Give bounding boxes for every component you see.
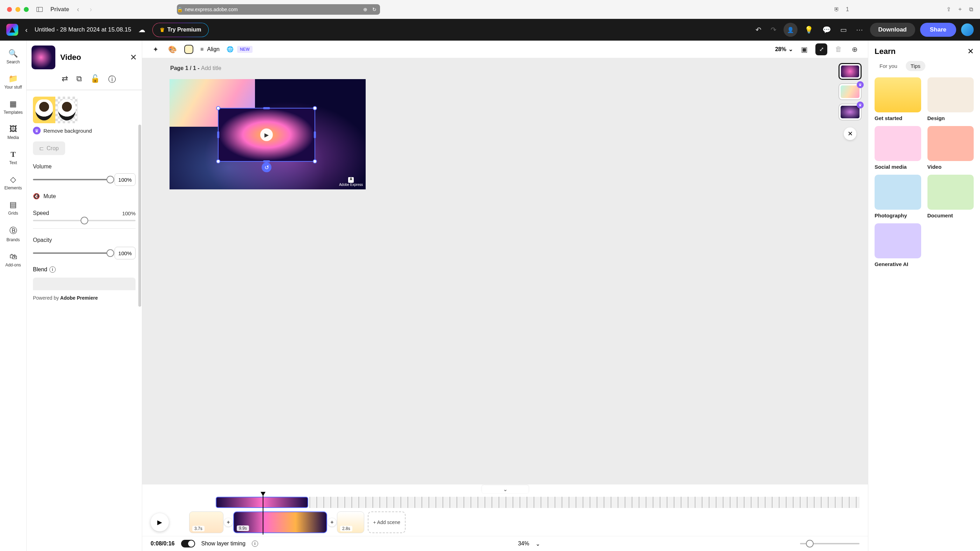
canvas-page[interactable]: ▶ ↺ A Adobe Express (170, 79, 366, 189)
scrollbar[interactable] (138, 125, 141, 306)
close-panel-icon[interactable]: ✕ (130, 52, 137, 62)
learn-card-design[interactable]: Design (928, 77, 974, 121)
layer-timing-toggle[interactable] (181, 540, 195, 548)
add-scene-between-1[interactable]: + (224, 518, 232, 527)
resize-handle-nw[interactable] (216, 106, 220, 110)
resize-handle-n[interactable] (263, 107, 270, 109)
resize-handle-ne[interactable] (313, 106, 317, 110)
maximize-window-icon[interactable] (24, 7, 29, 12)
fullscreen-button[interactable]: ⤢ (815, 43, 827, 55)
back-button-icon[interactable]: ‹ (25, 26, 28, 34)
redo-icon[interactable]: ↷ (768, 24, 779, 36)
add-scene-button[interactable]: + Add scene (368, 511, 406, 533)
back-arrow-icon[interactable]: ‹ (74, 5, 82, 13)
add-page-icon[interactable]: ⊕ (850, 45, 859, 54)
learn-card-social-media[interactable]: Social media (875, 126, 921, 170)
comment-icon[interactable]: 💬 (820, 24, 833, 36)
volume-input[interactable] (115, 173, 135, 186)
timeline-video-clip[interactable] (216, 497, 308, 508)
minimize-window-icon[interactable] (16, 7, 20, 12)
lock-icon[interactable]: 🔓 (91, 74, 100, 85)
close-thumbnails-button[interactable]: ✕ (844, 127, 856, 140)
translate-button[interactable]: 🌐 NEW (227, 46, 253, 53)
sidebar-toggle-icon[interactable] (33, 6, 46, 13)
close-learn-icon[interactable]: ✕ (967, 47, 974, 56)
play-video-icon[interactable]: ▶ (260, 129, 273, 141)
new-tab-icon[interactable]: ＋ (957, 6, 963, 13)
present-icon[interactable]: ▭ (838, 24, 849, 36)
resize-handle-e[interactable] (314, 131, 316, 138)
tab-tips[interactable]: Tips (906, 61, 925, 71)
selected-video-element[interactable]: ▶ ↺ (218, 108, 315, 162)
info-icon[interactable]: ⓘ (108, 74, 116, 85)
resize-handle-sw[interactable] (216, 159, 220, 164)
page-thumbnail-1[interactable] (838, 63, 862, 80)
user-avatar[interactable] (961, 24, 974, 36)
timeline-scene-1[interactable]: 3.7s (189, 511, 223, 533)
opacity-input[interactable] (115, 247, 135, 259)
timeline-zoom-slider[interactable] (800, 543, 859, 545)
adobe-express-logo-icon[interactable] (6, 24, 18, 36)
mute-button[interactable]: 🔇 Mute (33, 193, 135, 200)
delete-icon[interactable]: 🗑 (834, 45, 843, 53)
rail-item-brands[interactable]: ⒷBrands (0, 222, 26, 246)
layer-timing-info-icon[interactable]: i (252, 540, 258, 547)
rail-item-grids[interactable]: ▤Grids (0, 197, 26, 219)
tabs-overview-icon[interactable]: ⧉ (969, 6, 973, 13)
rail-item-elements[interactable]: ◇Elements (0, 171, 26, 194)
timeline-expand-handle[interactable]: ⌄ (142, 484, 868, 494)
duplicate-icon[interactable]: ⧉ (76, 74, 82, 85)
share-button[interactable]: Share (920, 23, 956, 37)
close-window-icon[interactable] (7, 7, 12, 12)
reload-icon[interactable]: ↻ (372, 6, 377, 12)
learn-card-get-started[interactable]: Get started (875, 77, 921, 121)
opacity-slider[interactable] (33, 252, 110, 254)
translate-icon[interactable]: ⊕ (363, 6, 368, 12)
page-thumbnail-2[interactable]: ♛ (838, 83, 862, 100)
learn-card-photography[interactable]: Photography (875, 175, 921, 218)
blend-info-icon[interactable]: i (49, 267, 56, 273)
page-indicator[interactable]: Page 1 / 1 - Add title (170, 65, 221, 71)
document-title[interactable]: Untitled - 28 March 2024 at 15.08.15 (35, 26, 131, 33)
volume-slider[interactable] (33, 179, 110, 180)
rail-item-your-stuff[interactable]: 📁Your stuff (0, 71, 26, 93)
remove-background-button[interactable]: ♛ Remove background (33, 127, 135, 135)
crop-button[interactable]: ⊏ Crop (33, 141, 65, 155)
rail-item-addons[interactable]: 🛍Add-ons (0, 249, 26, 271)
effects-icon[interactable]: ✦ (151, 45, 161, 54)
timeline-play-button[interactable]: ▶ (151, 513, 169, 531)
resize-handle-w[interactable] (217, 131, 219, 138)
speed-slider[interactable] (33, 220, 135, 221)
timeline-scene-2[interactable]: 9.9s (233, 511, 327, 533)
timeline-scene-3[interactable]: 2.8s (337, 511, 364, 533)
timeline-playhead[interactable] (262, 495, 263, 535)
add-scene-between-2[interactable]: + (328, 518, 336, 527)
learn-card-generative-ai[interactable]: Generative AI (875, 223, 921, 267)
try-premium-button[interactable]: ♛ Try Premium (152, 23, 209, 37)
reset-transform-icon[interactable]: ↺ (262, 162, 272, 172)
shape-fill-icon[interactable] (184, 45, 193, 54)
learn-card-video[interactable]: Video (928, 126, 974, 170)
blend-dropdown[interactable] (33, 278, 135, 290)
url-bar[interactable]: 🔒 new.express.adobe.com ⊕ ↻ (177, 4, 380, 15)
resize-handle-se[interactable] (313, 159, 317, 164)
tab-for-you[interactable]: For you (875, 61, 902, 71)
rail-item-text[interactable]: TText (0, 146, 26, 169)
fit-icon[interactable]: ▣ (799, 45, 809, 54)
more-menu-icon[interactable]: ⋯ (854, 24, 865, 36)
page-thumbnail-3[interactable]: ♛ (838, 103, 862, 121)
hint-icon[interactable]: 💡 (802, 24, 815, 36)
rail-item-search[interactable]: 🔍Search (0, 46, 26, 68)
chevron-down-icon[interactable]: ⌄ (536, 540, 540, 547)
rail-item-templates[interactable]: ▦Templates (0, 96, 26, 118)
replace-icon[interactable]: ⇄ (62, 74, 68, 85)
shield-icon[interactable]: ⛨ (834, 6, 840, 13)
undo-icon[interactable]: ↶ (753, 24, 764, 36)
align-dropdown[interactable]: ≡ Align (200, 46, 220, 52)
share-browser-icon[interactable]: ⇪ (947, 6, 951, 13)
learn-card-document[interactable]: Document (928, 175, 974, 218)
add-collaborator-button[interactable]: 👤 (784, 23, 797, 37)
zoom-dropdown[interactable]: 28% ⌄ (775, 46, 793, 52)
download-button[interactable]: Download (870, 23, 915, 37)
color-icon[interactable]: 🎨 (167, 45, 177, 54)
